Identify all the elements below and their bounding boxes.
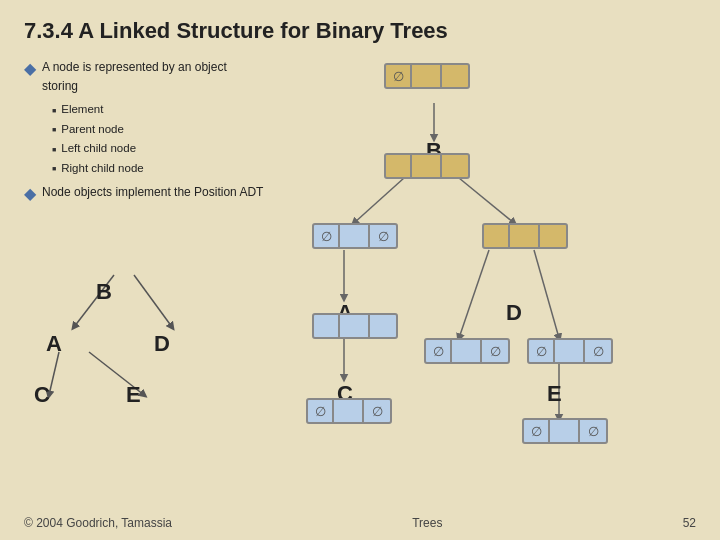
bullet-main-2: ◆ Node objects implement the Position AD… (24, 183, 264, 207)
slide-title: 7.3.4 A Linked Structure for Binary Tree… (24, 18, 696, 44)
sub-bullet-list: Element Parent node Left child node Righ… (52, 100, 264, 177)
dlc-left: ∅ (426, 340, 452, 362)
root-center-cell (412, 65, 442, 87)
left-label-a: A (46, 331, 62, 357)
b-node-box (384, 153, 470, 179)
bullet-section: ◆ A node is represented by an object sto… (24, 58, 264, 207)
a2-left-cell (314, 315, 340, 337)
page-number: 52 (683, 516, 696, 530)
b-center-cell (412, 155, 442, 177)
bullet-text-2: Node objects implement the Position ADT (42, 183, 263, 202)
footer: © 2004 Goodrich, Tamassia Trees 52 (24, 516, 696, 530)
c-left-cell: ∅ (308, 400, 334, 422)
left-label-d: D (154, 331, 170, 357)
left-label-c: C (34, 382, 50, 408)
b-left-cell (386, 155, 412, 177)
a2-right-cell (370, 315, 396, 337)
d-right-cell (540, 225, 566, 247)
dlc-center (452, 340, 482, 362)
root-left-cell: ∅ (386, 65, 412, 87)
a-node-box: ∅ ∅ (312, 223, 398, 249)
bullet-main-1: ◆ A node is represented by an object sto… (24, 58, 264, 96)
d-center-cell (510, 225, 540, 247)
topic-text: Trees (412, 516, 442, 530)
svg-line-5 (354, 178, 404, 223)
drc-center (555, 340, 585, 362)
dlc-right: ∅ (482, 340, 508, 362)
svg-line-8 (459, 250, 489, 338)
copyright-text: © 2004 Goodrich, Tamassia (24, 516, 172, 530)
left-label-b: B (96, 279, 112, 305)
right-label-e: E (547, 381, 562, 407)
root-right-cell (442, 65, 468, 87)
diamond-icon-2: ◆ (24, 181, 36, 207)
svg-line-1 (134, 275, 172, 327)
sub-bullet-element: Element (52, 100, 264, 118)
sub-bullet-parent: Parent node (52, 120, 264, 138)
e-center-cell (550, 420, 580, 442)
b-right-cell (442, 155, 468, 177)
root-node-box: ∅ (384, 63, 470, 89)
left-label-e: E (126, 382, 141, 408)
left-tree-diagram: B A D C E (24, 227, 244, 477)
a-center-cell (340, 225, 370, 247)
d-rightchild-box: ∅ ∅ (527, 338, 613, 364)
c-center-cell (334, 400, 364, 422)
right-label-d: D (506, 300, 522, 326)
left-panel: ◆ A node is represented by an object sto… (24, 58, 264, 502)
a-right-cell: ∅ (370, 225, 396, 247)
d-node-box (482, 223, 568, 249)
c-right-cell: ∅ (364, 400, 390, 422)
diamond-icon-1: ◆ (24, 56, 36, 82)
sub-bullet-right: Right child node (52, 159, 264, 177)
a-node-box-2 (312, 313, 398, 339)
content-area: ◆ A node is represented by an object sto… (24, 58, 696, 502)
slide: 7.3.4 A Linked Structure for Binary Tree… (0, 0, 720, 540)
bullet-text-1: A node is represented by an object stori… (42, 58, 264, 96)
right-diagram-area: ∅ B ∅ ∅ A (264, 58, 696, 502)
drc-right: ∅ (585, 340, 611, 362)
a-left-cell: ∅ (314, 225, 340, 247)
e-node-box: ∅ ∅ (522, 418, 608, 444)
right-tree-svg (264, 58, 696, 502)
drc-left: ∅ (529, 340, 555, 362)
svg-line-9 (534, 250, 559, 338)
a2-center-cell (340, 315, 370, 337)
sub-bullet-left: Left child node (52, 139, 264, 157)
d-leftchild-box: ∅ ∅ (424, 338, 510, 364)
d-left-cell (484, 225, 510, 247)
e-left-cell: ∅ (524, 420, 550, 442)
svg-line-6 (459, 178, 514, 223)
c-node-box: ∅ ∅ (306, 398, 392, 424)
svg-line-2 (49, 352, 59, 395)
e-right-cell: ∅ (580, 420, 606, 442)
